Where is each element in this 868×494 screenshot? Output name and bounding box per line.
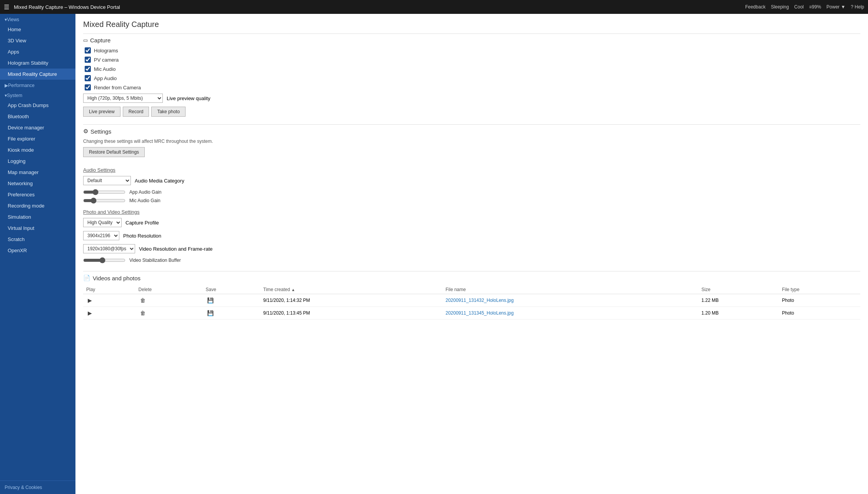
video-stabilization-slider[interactable] bbox=[83, 257, 125, 263]
mic-audio-checkbox[interactable] bbox=[85, 66, 91, 72]
col-play[interactable]: Play bbox=[83, 285, 135, 294]
sleeping-status: Sleeping bbox=[771, 4, 789, 10]
sidebar-item-openxr[interactable]: OpenXR bbox=[0, 245, 75, 256]
sidebar-views-header[interactable]: ▾Views bbox=[0, 14, 75, 24]
settings-section-label: Settings bbox=[90, 128, 111, 135]
titlebar-actions: Feedback Sleeping Cool ≡99% Power ▼ ? He… bbox=[745, 4, 864, 10]
capture-profile-select[interactable]: High Quality Balanced Power bbox=[83, 218, 122, 227]
sidebar-item-app-crash-dumps[interactable]: App Crash Dumps bbox=[0, 100, 75, 111]
sidebar-item-networking[interactable]: Networking bbox=[0, 178, 75, 189]
video-resolution-select[interactable]: 1920x1080@30fps 1280x720@30fps 640x360@3… bbox=[83, 244, 135, 253]
capture-section-header: ▭ Capture bbox=[83, 37, 860, 44]
filetype-1: Photo bbox=[779, 294, 860, 307]
time-2: 9/11/2020, 1:13:45 PM bbox=[260, 307, 443, 320]
col-time-created[interactable]: Time created ▲ bbox=[260, 285, 443, 294]
titlebar: ☰ Mixed Reality Capture – Windows Device… bbox=[0, 0, 868, 14]
app-audio-row: App Audio bbox=[83, 75, 860, 81]
audio-media-category-label: Audio Media Category bbox=[135, 178, 184, 184]
col-save[interactable]: Save bbox=[202, 285, 260, 294]
sidebar-item-bluetooth[interactable]: Bluetooth bbox=[0, 111, 75, 122]
restore-defaults-button[interactable]: Restore Default Settings bbox=[83, 147, 145, 157]
photo-video-settings-label: Photo and Video Settings bbox=[83, 209, 860, 215]
sidebar-item-file-explorer[interactable]: File explorer bbox=[0, 133, 75, 144]
holograms-row: Holograms bbox=[83, 47, 860, 54]
col-size[interactable]: Size bbox=[698, 285, 779, 294]
col-delete[interactable]: Delete bbox=[135, 285, 203, 294]
size-1: 1.22 MB bbox=[698, 294, 779, 307]
capture-buttons: Live preview Record Take photo bbox=[83, 107, 860, 117]
sidebar-item-recording-mode[interactable]: Recording mode bbox=[0, 200, 75, 211]
power-btn[interactable]: Power ▼ bbox=[826, 4, 845, 10]
take-photo-button[interactable]: Take photo bbox=[151, 107, 186, 117]
menu-icon[interactable]: ☰ bbox=[4, 3, 9, 11]
sidebar-item-virtual-input[interactable]: Virtual Input bbox=[0, 223, 75, 234]
cool-status: Cool bbox=[794, 4, 804, 10]
feedback-btn[interactable]: Feedback bbox=[745, 4, 766, 10]
app-audio-gain-label: App Audio Gain bbox=[129, 189, 161, 195]
photo-resolution-label: Photo Resolution bbox=[123, 233, 161, 239]
main-content: Mixed Reality Capture ▭ Capture Hologram… bbox=[75, 14, 868, 494]
files-icon: 📄 bbox=[83, 275, 90, 281]
col-filename[interactable]: File name bbox=[443, 285, 699, 294]
render-from-camera-checkbox[interactable] bbox=[85, 84, 91, 90]
filename-2[interactable]: 20200911_131345_HoloLens.jpg bbox=[446, 310, 514, 316]
capture-profile-row: High Quality Balanced Power Capture Prof… bbox=[83, 218, 860, 227]
pv-camera-row: PV camera bbox=[83, 57, 860, 63]
table-row: ▶ 🗑 💾 9/11/2020, 1:13:45 PM 20200911_131… bbox=[83, 307, 860, 320]
sidebar-item-apps[interactable]: Apps bbox=[0, 46, 75, 57]
sidebar-item-home[interactable]: Home bbox=[0, 24, 75, 35]
files-table: Play Delete Save Time created ▲ File nam… bbox=[83, 285, 860, 320]
sidebar-item-kiosk-mode[interactable]: Kiosk mode bbox=[0, 144, 75, 156]
col-filetype[interactable]: File type bbox=[779, 285, 860, 294]
play-button-2[interactable]: ▶ bbox=[86, 309, 94, 317]
capture-section: ▭ Capture Holograms PV camera Mic Audio … bbox=[83, 33, 860, 117]
sidebar: ▾Views Home 3D View Apps Hologram Stabil… bbox=[0, 14, 75, 494]
play-button-1[interactable]: ▶ bbox=[86, 296, 94, 304]
holograms-checkbox[interactable] bbox=[85, 47, 91, 54]
sidebar-performance-header[interactable]: ▶Performance bbox=[0, 80, 75, 90]
app-audio-checkbox[interactable] bbox=[85, 75, 91, 81]
sidebar-item-map-manager[interactable]: Map manager bbox=[0, 167, 75, 178]
delete-button-2[interactable]: 🗑 bbox=[139, 309, 147, 317]
audio-media-category-select[interactable]: Default Communications Media GameChat Ot… bbox=[83, 176, 131, 185]
app-body: ▾Views Home 3D View Apps Hologram Stabil… bbox=[0, 14, 868, 494]
pv-camera-checkbox[interactable] bbox=[85, 57, 91, 63]
sidebar-item-logging[interactable]: Logging bbox=[0, 156, 75, 167]
quality-row: High (720p, 30fps, 5 Mbits) Medium (480p… bbox=[83, 94, 860, 103]
photo-resolution-row: 3904x2196 1920x1080 1280x720 Photo Resol… bbox=[83, 231, 860, 240]
video-stabilization-label: Video Stabilization Buffer bbox=[129, 258, 181, 263]
titlebar-title: Mixed Reality Capture – Windows Device P… bbox=[14, 4, 745, 10]
mic-audio-label: Mic Audio bbox=[94, 66, 115, 72]
sidebar-item-mixed-reality-capture[interactable]: Mixed Reality Capture bbox=[0, 69, 75, 80]
capture-icon: ▭ bbox=[83, 37, 88, 43]
sidebar-system-header[interactable]: ▾System bbox=[0, 90, 75, 100]
record-button[interactable]: Record bbox=[123, 107, 149, 117]
sidebar-item-3dview[interactable]: 3D View bbox=[0, 35, 75, 46]
holograms-label: Holograms bbox=[94, 48, 118, 54]
filename-1[interactable]: 20200911_131432_HoloLens.jpg bbox=[446, 298, 514, 303]
photo-resolution-select[interactable]: 3904x2196 1920x1080 1280x720 bbox=[83, 231, 119, 240]
app-audio-gain-slider[interactable] bbox=[83, 189, 125, 195]
sidebar-footer[interactable]: Privacy & Cookies bbox=[0, 481, 75, 494]
sidebar-item-simulation[interactable]: Simulation bbox=[0, 211, 75, 223]
files-section-header: 📄 Videos and photos bbox=[83, 275, 860, 281]
quality-label: Live preview quality bbox=[167, 95, 210, 101]
help-btn[interactable]: ? Help bbox=[851, 4, 864, 10]
render-from-camera-label: Render from Camera bbox=[94, 85, 141, 90]
settings-section: ⚙ Settings Changing these settings will … bbox=[83, 124, 860, 263]
sidebar-item-preferences[interactable]: Preferences bbox=[0, 189, 75, 200]
sidebar-item-scratch[interactable]: Scratch bbox=[0, 234, 75, 245]
save-button-1[interactable]: 💾 bbox=[206, 296, 215, 304]
sidebar-item-device-manager[interactable]: Device manager bbox=[0, 122, 75, 133]
sidebar-item-hologram-stability[interactable]: Hologram Stability bbox=[0, 57, 75, 69]
battery-status: ≡99% bbox=[809, 4, 821, 10]
live-preview-button[interactable]: Live preview bbox=[83, 107, 120, 117]
save-button-2[interactable]: 💾 bbox=[206, 309, 215, 317]
mic-audio-gain-slider[interactable] bbox=[83, 198, 125, 204]
quality-select[interactable]: High (720p, 30fps, 5 Mbits) Medium (480p… bbox=[83, 94, 163, 103]
mic-audio-gain-row: Mic Audio Gain bbox=[83, 198, 860, 204]
video-resolution-row: 1920x1080@30fps 1280x720@30fps 640x360@3… bbox=[83, 244, 860, 253]
time-1: 9/11/2020, 1:14:32 PM bbox=[260, 294, 443, 307]
video-stabilization-row: Video Stabilization Buffer bbox=[83, 257, 860, 263]
delete-button-1[interactable]: 🗑 bbox=[139, 296, 147, 304]
